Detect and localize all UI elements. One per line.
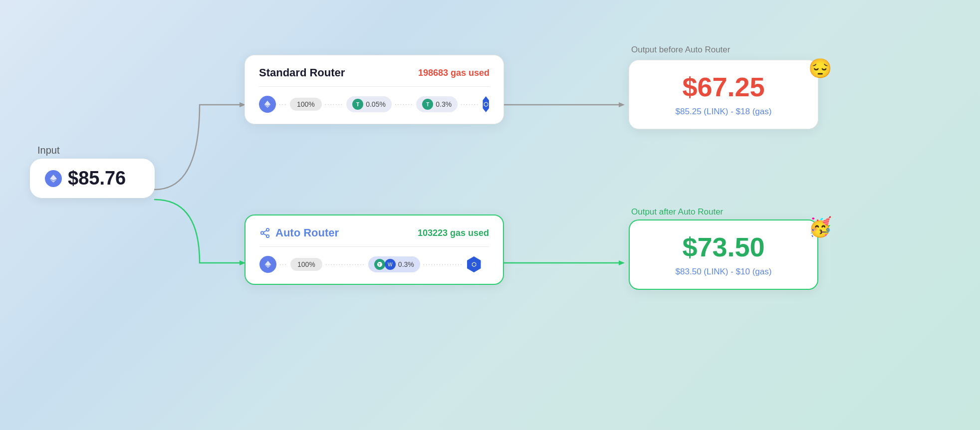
standard-route-path: ··· 100% ······· T 0.05% ······· T 0.3% … — [259, 96, 490, 113]
tether-mini: T — [352, 99, 363, 110]
dots2: ······· — [325, 101, 343, 108]
svg-marker-2 — [619, 102, 625, 107]
cool-emoji: 🥳 — [808, 216, 832, 238]
auto-fee: 0.3% — [398, 260, 414, 268]
standard-router-box: Standard Router 198683 gas used ··· 100%… — [245, 55, 504, 124]
auto-token-badge: T W 0.3% — [368, 256, 420, 272]
chainlink-icon-auto: ⬡ — [466, 256, 482, 272]
input-label: Input — [37, 145, 59, 156]
input-amount: $85.76 — [68, 168, 126, 189]
auto-router-icon — [259, 227, 270, 238]
auto-route-path: ··· 100% ··············· T W 0.3% ······… — [259, 256, 489, 273]
dots1: ··· — [279, 101, 287, 108]
auto-router-box: Auto Router 103223 gas used ··· 100% ···… — [245, 215, 504, 285]
svg-line-8 — [263, 230, 266, 232]
dots4: ······· — [461, 101, 479, 108]
sad-emoji: 😔 — [808, 57, 832, 79]
fee2-label: 0.3% — [436, 100, 452, 108]
svg-text:T: T — [378, 263, 381, 266]
auto-dots1: ··· — [279, 261, 287, 268]
eth-coin-standard — [259, 96, 276, 113]
svg-line-7 — [263, 233, 266, 235]
output-after-box: $73.50 $83.50 (LINK) - $10 (gas) — [629, 219, 818, 290]
output-before-amount: $67.25 — [645, 72, 802, 102]
svg-point-4 — [266, 228, 269, 231]
auto-percent: 100% — [290, 258, 322, 271]
chainlink-icon-standard: ⬡ — [482, 96, 490, 112]
svg-point-6 — [266, 235, 269, 238]
auto-dots3: ··············· — [423, 261, 463, 268]
standard-router-name: Standard Router — [259, 66, 345, 79]
token-pair-badge-2: T 0.3% — [416, 96, 458, 112]
standard-percent: 100% — [290, 98, 322, 111]
auto-dots2: ··············· — [325, 261, 365, 268]
output-before-breakdown: $85.25 (LINK) - $18 (gas) — [645, 107, 802, 117]
output-before-box: $67.25 $85.25 (LINK) - $18 (gas) — [629, 60, 818, 129]
output-before-label: Output before Auto Router — [631, 45, 730, 55]
output-after-amount: $73.50 — [646, 232, 801, 262]
eth-coin-auto — [259, 256, 276, 273]
input-box: $85.76 — [30, 159, 155, 198]
tether-mini2: T — [422, 99, 433, 110]
fee1-label: 0.05% — [366, 100, 386, 108]
auto-router-name: Auto Router — [259, 226, 339, 239]
eth-icon — [45, 170, 62, 187]
output-after-breakdown: $83.50 (LINK) - $10 (gas) — [646, 267, 801, 277]
dots3: ······· — [395, 101, 413, 108]
token-pair-badge-1: T 0.05% — [346, 96, 392, 112]
auto-router-gas: 103223 gas used — [418, 228, 489, 238]
auto-coin-right: W — [385, 259, 396, 270]
route-divider — [259, 86, 490, 87]
standard-router-gas: 198683 gas used — [418, 68, 490, 78]
svg-marker-3 — [619, 260, 625, 265]
auto-coin-left: T — [374, 259, 385, 270]
route-divider-auto — [259, 246, 489, 247]
svg-point-5 — [261, 231, 264, 234]
output-after-label: Output after Auto Router — [631, 207, 723, 217]
